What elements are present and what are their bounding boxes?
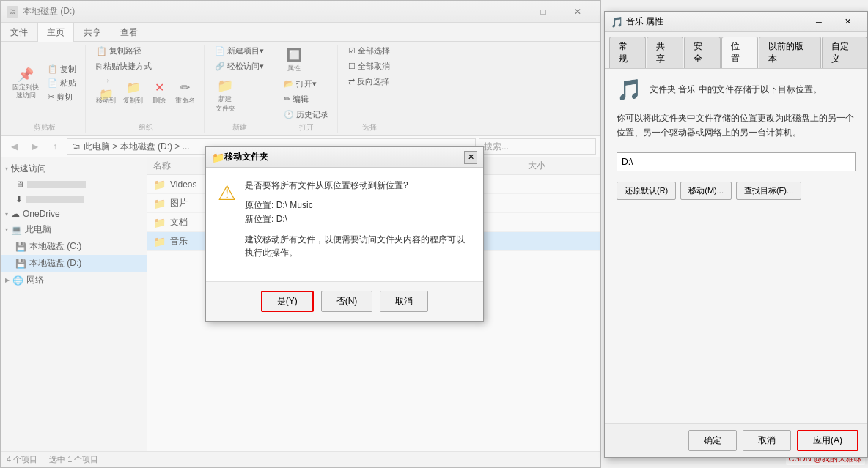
original-label: 原位置:: [245, 200, 273, 210]
properties-button[interactable]: 🔲 属性: [281, 45, 307, 75]
no-button[interactable]: 否(N): [321, 291, 373, 312]
pin-icon: 📌: [17, 66, 34, 83]
folder-breadcrumb-icon: 🗂: [72, 141, 81, 152]
prop-close-btn[interactable]: ✕: [834, 14, 861, 30]
delete-button[interactable]: ✕ 删除: [147, 77, 171, 107]
explorer-title: 本地磁盘 (D:): [23, 5, 488, 18]
tab-file[interactable]: 文件: [1, 23, 37, 42]
quick-access-header[interactable]: ▾ 快速访问: [1, 160, 147, 177]
prop-minimize-btn[interactable]: ─: [805, 14, 833, 30]
up-button[interactable]: ↑: [46, 138, 64, 155]
select-all-button[interactable]: ☑ 全部选择: [345, 45, 393, 57]
total-items: 4 个项目: [7, 454, 37, 465]
tab-location[interactable]: 位置: [721, 37, 758, 68]
history-icon: 🕐: [284, 110, 294, 119]
search-input[interactable]: [479, 138, 596, 155]
address-text: 此电脑 > 本地磁盘 (D:) > ...: [84, 141, 190, 153]
back-button[interactable]: ◀: [5, 138, 23, 155]
new-path: D:\: [276, 214, 287, 224]
new-folder-button[interactable]: 📁 新建文件夹: [212, 75, 238, 115]
thispc-header[interactable]: ▾ 💻 此电脑: [1, 221, 147, 238]
sidebar-item-desktop[interactable]: 🖥: [1, 177, 147, 192]
easy-access-label: 轻松访问▾: [227, 61, 264, 72]
cut-icon: ✂: [48, 92, 54, 102]
easy-access-button[interactable]: 🔗 轻松访问▾: [212, 60, 267, 73]
paste-shortcut-button[interactable]: ⎘ 粘贴快捷方式: [93, 60, 155, 73]
invert-select-button[interactable]: ⇄ 反向选择: [345, 75, 392, 88]
sidebar-item-downloads[interactable]: ⬇: [1, 192, 147, 207]
rename-label: 重命名: [175, 96, 195, 105]
sidebar-item-d[interactable]: 💾 本地磁盘 (D:): [1, 255, 147, 272]
cut-button[interactable]: ✂ 剪切: [45, 91, 79, 103]
prop-ok-button[interactable]: 确定: [688, 430, 737, 451]
title-controls: ─ □ ✕: [492, 1, 595, 23]
ribbon-content: 📌 固定到快速访问 📋 复制 📄 粘贴 ✂: [1, 42, 600, 135]
copy-button[interactable]: 📋 复制: [45, 63, 79, 75]
tab-general[interactable]: 常规: [609, 37, 646, 68]
network-header[interactable]: ▶ 🌐 网络: [1, 272, 147, 289]
copy-to-button[interactable]: 📁 复制到: [120, 77, 146, 107]
close-button[interactable]: ✕: [561, 1, 595, 23]
tab-custom[interactable]: 自定义: [822, 37, 867, 68]
maximize-button[interactable]: □: [526, 1, 560, 23]
tab-share[interactable]: 共享: [647, 37, 683, 68]
original-path: D:\ Music: [276, 200, 313, 210]
copy-path-button[interactable]: 📋 复制路径: [93, 45, 144, 57]
new-item-button[interactable]: 📄 新建项目▾: [212, 45, 267, 57]
title-icon: 🗂: [7, 6, 18, 18]
dialog-message: 是否要将所有文件从原位置移动到新位置? 原位置: D:\ Music 新位置: …: [245, 179, 471, 259]
open-label: 打开▾: [296, 78, 317, 89]
deselect-all-button[interactable]: ☐ 全部取消: [345, 60, 393, 73]
select-all-label: 全部选择: [358, 45, 390, 56]
new-item-label: 新建项目▾: [227, 45, 264, 56]
delete-icon: ✕: [150, 78, 168, 96]
history-label: 历史记录: [296, 109, 328, 120]
ribbon-group-select: ☑ 全部选择 ☐ 全部取消 ⇄ 反向选择 选择: [339, 45, 399, 133]
prop-cancel-button[interactable]: 取消: [743, 430, 791, 451]
edit-button[interactable]: ✏ 编辑: [281, 93, 312, 105]
cancel-button[interactable]: 取消: [380, 291, 428, 312]
onedrive-label: OneDrive: [23, 209, 60, 219]
onedrive-header[interactable]: ▾ ☁ OneDrive: [1, 207, 147, 221]
move-button[interactable]: 移动(M)...: [680, 182, 732, 200]
copy-label: 复制: [60, 64, 76, 75]
move-to-button[interactable]: →📁 移动到: [93, 77, 119, 107]
pin-button[interactable]: 📌 固定到快速访问: [10, 64, 42, 101]
tab-home[interactable]: 主页: [37, 23, 74, 42]
ribbon-group-organize: 📋 复制路径 ⎘ 粘贴快捷方式 →📁 移动到 📁: [87, 45, 205, 133]
forward-button[interactable]: ▶: [26, 138, 43, 155]
properties-icon: 🔲: [285, 46, 303, 64]
yes-button[interactable]: 是(Y): [261, 291, 314, 312]
prop-music-icon: 🎵: [617, 78, 642, 102]
prop-tabs: 常规 共享 安全 位置 以前的版本 自定义: [605, 32, 867, 69]
folder-icon-videos: 📁: [153, 179, 166, 190]
tab-share[interactable]: 共享: [74, 23, 111, 42]
network-arrow: ▶: [5, 277, 10, 283]
selected-items: 选中 1 个项目: [49, 454, 98, 465]
clipboard-items: 📌 固定到快速访问 📋 复制 📄 粘贴 ✂: [10, 45, 79, 121]
ribbon: 文件 主页 共享 查看 📌 固定到快速访问 📋 复制: [1, 23, 600, 136]
sidebar: ▾ 快速访问 🖥 ⬇ ▾ ☁ OneDrive ▾ 💻 此电脑: [1, 157, 147, 451]
tab-security[interactable]: 安全: [684, 37, 721, 68]
thispc-label: 此电脑: [25, 223, 51, 236]
open-button[interactable]: 📂 打开▾: [281, 78, 320, 90]
rename-button[interactable]: ✏ 重命名: [172, 77, 198, 107]
minimize-button[interactable]: ─: [492, 1, 526, 23]
prop-title-controls: ─ ✕: [805, 14, 861, 30]
dialog-close-button[interactable]: ✕: [464, 151, 477, 164]
find-target-button[interactable]: 查找目标(F)...: [736, 182, 801, 200]
delete-label: 删除: [152, 96, 166, 105]
prop-location-input[interactable]: [617, 152, 856, 171]
paste-button[interactable]: 📄 粘贴: [45, 77, 79, 89]
sidebar-item-c[interactable]: 💾 本地磁盘 (C:): [1, 238, 147, 255]
dialog-icon-row: ⚠ 是否要将所有文件从原位置移动到新位置? 原位置: D:\ Music 新位置…: [218, 179, 471, 259]
restore-default-button[interactable]: 还原默认(R): [617, 182, 676, 200]
tab-previous[interactable]: 以前的版本: [759, 37, 822, 68]
copy-to-icon: 📁: [125, 78, 142, 96]
prop-detail: 你可以将此文件夹中文件存储的位置更改为此磁盘上的另一个位置、另一个驱动器或网络上…: [617, 111, 856, 141]
desktop-label: [27, 181, 86, 188]
history-button[interactable]: 🕐 历史记录: [281, 108, 331, 121]
prop-apply-button[interactable]: 应用(A): [797, 430, 858, 451]
tab-view[interactable]: 查看: [111, 23, 147, 42]
organize-label: 组织: [139, 122, 153, 133]
